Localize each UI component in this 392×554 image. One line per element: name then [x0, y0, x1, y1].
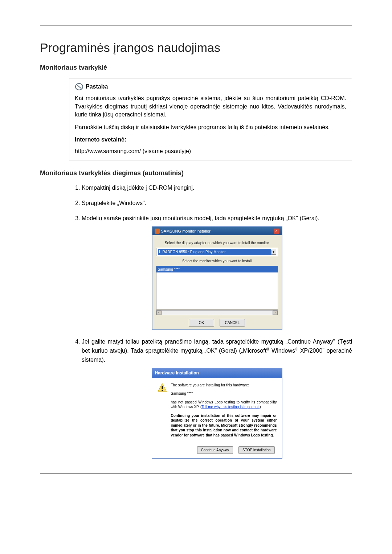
- warning-icon: [157, 383, 167, 392]
- installer-line1: Select the display adapter on which you …: [156, 240, 278, 246]
- hardware-installation-dialog: Hardware Installation The software you a…: [152, 368, 282, 459]
- adapter-combo[interactable]: 1. RADEON 9550 : Plug and Play Monitor ▼: [156, 248, 278, 256]
- step-4-text-b: Windows: [269, 348, 295, 354]
- testing-important-link[interactable]: Tell me why this testing is important.: [201, 405, 260, 409]
- monitor-list-item[interactable]: Samsung ****: [156, 266, 278, 272]
- cancel-button[interactable]: CANCEL: [220, 319, 245, 327]
- hwinst-p3: has not passed Windows Logo testing to v…: [171, 400, 277, 410]
- scroll-right-icon[interactable]: ›: [273, 311, 278, 315]
- step-2: Spragtelėkite „Windows".: [82, 199, 352, 208]
- section1-title: Monitoriaus tvarkyklė: [40, 64, 352, 71]
- reg-mark-2: ®: [295, 347, 298, 351]
- hwinst-body: The software you are installing for this…: [171, 383, 277, 442]
- hwinst-p1: The software you are installing for this…: [171, 383, 277, 388]
- continue-anyway-button[interactable]: Continue Anyway: [197, 446, 233, 454]
- note-p1: Kai monitoriaus tvarkyklės paprašys oper…: [75, 94, 346, 119]
- steps-list: Kompaktinį diską įdėkite į CD-ROM įrengi…: [69, 184, 352, 459]
- note-icon: [75, 83, 83, 91]
- top-rule: [40, 25, 352, 26]
- horizontal-scrollbar[interactable]: ‹ ›: [156, 310, 278, 315]
- note-header: Pastaba: [75, 83, 346, 91]
- installer-dialog: SAMSUNG monitor installer × Select the d…: [152, 226, 282, 331]
- close-icon[interactable]: ×: [274, 229, 279, 234]
- bottom-rule: [40, 473, 352, 474]
- note-p2: Paruoškite tuščią diską ir atsisiųskite …: [75, 123, 346, 131]
- stop-installation-button[interactable]: STOP Installation: [238, 446, 274, 454]
- hwinst-p4: Continuing your installation of this sof…: [171, 413, 277, 438]
- hwinst-title: Hardware Installation: [152, 368, 282, 378]
- step-3-text: Modelių sąraše pasirinkite jūsų monitori…: [82, 215, 319, 221]
- step-3: Modelių sąraše pasirinkite jūsų monitori…: [82, 214, 352, 331]
- installer-titlebar: SAMSUNG monitor installer ×: [152, 227, 282, 235]
- installer-line2: Select the monitor which you want to ins…: [156, 258, 278, 264]
- hwinst-p2: Samsung ****: [171, 391, 277, 396]
- installer-app-icon: [155, 229, 160, 234]
- note-label: Pastaba: [86, 83, 108, 91]
- step-4: Jei galite matyti toliau pateiktą praneš…: [82, 337, 352, 459]
- ok-button[interactable]: OK: [189, 319, 214, 327]
- installer-title: SAMSUNG monitor installer: [161, 228, 211, 234]
- monitor-list[interactable]: Samsung ****: [156, 266, 278, 309]
- scroll-track[interactable]: [162, 311, 273, 315]
- note-website-label: Interneto svetainė:: [75, 136, 346, 144]
- chevron-down-icon[interactable]: ▼: [271, 250, 276, 255]
- svg-rect-2: [162, 390, 163, 391]
- step-1: Kompaktinį diską įdėkite į CD-ROM įrengi…: [82, 184, 352, 192]
- svg-rect-1: [162, 386, 163, 389]
- scroll-left-icon[interactable]: ‹: [156, 311, 162, 315]
- page-title: Programinės įrangos naudojimas: [40, 41, 352, 55]
- note-url: http://www.samsung.com/ (visame pasaulyj…: [75, 147, 346, 155]
- section2-title: Monitoriaus tvarkyklės diegimas (automat…: [40, 169, 352, 177]
- note-box: Pastaba Kai monitoriaus tvarkyklės papra…: [69, 78, 352, 160]
- adapter-selected: 1. RADEON 9550 : Plug and Play Monitor: [158, 249, 271, 255]
- hwinst-p3b: ): [260, 405, 261, 409]
